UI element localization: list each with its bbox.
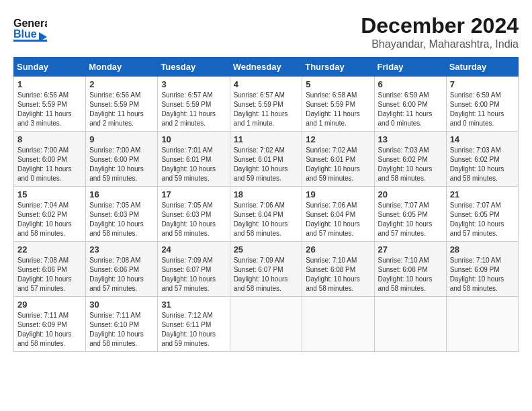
day-info: Sunrise: 6:58 AMSunset: 5:59 PMDaylight:… bbox=[306, 91, 370, 128]
logo-icon: General Blue bbox=[13, 13, 47, 46]
day-info: Sunrise: 7:02 AMSunset: 6:01 PMDaylight:… bbox=[234, 146, 299, 183]
calendar-header-row: Sunday Monday Tuesday Wednesday Thursday… bbox=[14, 58, 519, 77]
table-row: 31Sunrise: 7:12 AMSunset: 6:11 PMDayligh… bbox=[158, 297, 230, 352]
table-row: 23Sunrise: 7:08 AMSunset: 6:06 PMDayligh… bbox=[86, 242, 158, 297]
table-row: 27Sunrise: 7:10 AMSunset: 6:08 PMDayligh… bbox=[374, 242, 446, 297]
col-sunday: Sunday bbox=[14, 58, 86, 77]
day-info: Sunrise: 7:11 AMSunset: 6:10 PMDaylight:… bbox=[89, 311, 154, 349]
day-number: 21 bbox=[450, 189, 515, 199]
day-info: Sunrise: 7:05 AMSunset: 6:03 PMDaylight:… bbox=[89, 201, 154, 238]
table-row: 16Sunrise: 7:05 AMSunset: 6:03 PMDayligh… bbox=[86, 187, 158, 242]
day-number: 8 bbox=[17, 134, 82, 144]
day-info: Sunrise: 7:00 AMSunset: 6:00 PMDaylight:… bbox=[89, 146, 154, 183]
calendar-week-row: 29Sunrise: 7:11 AMSunset: 6:09 PMDayligh… bbox=[14, 297, 519, 352]
table-row: 5Sunrise: 6:58 AMSunset: 5:59 PMDaylight… bbox=[302, 77, 374, 132]
svg-text:Blue: Blue bbox=[13, 28, 37, 40]
day-number: 16 bbox=[89, 189, 154, 199]
day-info: Sunrise: 7:06 AMSunset: 6:04 PMDaylight:… bbox=[234, 201, 299, 238]
day-info: Sunrise: 7:12 AMSunset: 6:11 PMDaylight:… bbox=[161, 311, 226, 349]
day-number: 7 bbox=[450, 79, 515, 89]
day-info: Sunrise: 7:10 AMSunset: 6:08 PMDaylight:… bbox=[378, 256, 443, 293]
col-tuesday: Tuesday bbox=[158, 58, 230, 77]
table-row: 24Sunrise: 7:09 AMSunset: 6:07 PMDayligh… bbox=[158, 242, 230, 297]
table-row: 14Sunrise: 7:03 AMSunset: 6:02 PMDayligh… bbox=[446, 132, 518, 187]
day-number: 23 bbox=[89, 244, 154, 255]
table-row: 13Sunrise: 7:03 AMSunset: 6:02 PMDayligh… bbox=[374, 132, 446, 187]
table-row bbox=[446, 297, 518, 352]
day-number: 25 bbox=[234, 244, 299, 255]
day-number: 28 bbox=[450, 244, 515, 255]
day-number: 26 bbox=[306, 244, 370, 255]
calendar-week-row: 8Sunrise: 7:00 AMSunset: 6:00 PMDaylight… bbox=[14, 132, 519, 187]
day-info: Sunrise: 7:07 AMSunset: 6:05 PMDaylight:… bbox=[450, 201, 515, 238]
day-number: 10 bbox=[161, 134, 226, 144]
col-wednesday: Wednesday bbox=[230, 58, 302, 77]
table-row: 26Sunrise: 7:10 AMSunset: 6:08 PMDayligh… bbox=[302, 242, 374, 297]
day-info: Sunrise: 7:02 AMSunset: 6:01 PMDaylight:… bbox=[306, 146, 370, 183]
day-info: Sunrise: 6:56 AMSunset: 5:59 PMDaylight:… bbox=[89, 91, 154, 128]
table-row: 28Sunrise: 7:10 AMSunset: 6:09 PMDayligh… bbox=[446, 242, 518, 297]
table-row bbox=[374, 297, 446, 352]
table-row: 18Sunrise: 7:06 AMSunset: 6:04 PMDayligh… bbox=[230, 187, 302, 242]
calendar-week-row: 22Sunrise: 7:08 AMSunset: 6:06 PMDayligh… bbox=[14, 242, 519, 297]
table-row: 12Sunrise: 7:02 AMSunset: 6:01 PMDayligh… bbox=[302, 132, 374, 187]
day-number: 20 bbox=[378, 189, 443, 199]
calendar-week-row: 1Sunrise: 6:56 AMSunset: 5:59 PMDaylight… bbox=[14, 77, 519, 132]
day-info: Sunrise: 7:09 AMSunset: 6:07 PMDaylight:… bbox=[161, 256, 226, 293]
day-number: 17 bbox=[161, 189, 226, 199]
table-row: 15Sunrise: 7:04 AMSunset: 6:02 PMDayligh… bbox=[14, 187, 86, 242]
col-thursday: Thursday bbox=[302, 58, 374, 77]
col-monday: Monday bbox=[86, 58, 158, 77]
table-row: 20Sunrise: 7:07 AMSunset: 6:05 PMDayligh… bbox=[374, 187, 446, 242]
table-row: 25Sunrise: 7:09 AMSunset: 6:07 PMDayligh… bbox=[230, 242, 302, 297]
table-row: 2Sunrise: 6:56 AMSunset: 5:59 PMDaylight… bbox=[86, 77, 158, 132]
day-number: 6 bbox=[378, 79, 443, 89]
page-title: December 2024 bbox=[361, 13, 519, 38]
table-row: 19Sunrise: 7:06 AMSunset: 6:04 PMDayligh… bbox=[302, 187, 374, 242]
day-info: Sunrise: 7:01 AMSunset: 6:01 PMDaylight:… bbox=[161, 146, 226, 183]
day-info: Sunrise: 6:57 AMSunset: 5:59 PMDaylight:… bbox=[234, 91, 299, 128]
day-number: 31 bbox=[161, 300, 226, 310]
calendar-week-row: 15Sunrise: 7:04 AMSunset: 6:02 PMDayligh… bbox=[14, 187, 519, 242]
day-number: 19 bbox=[306, 189, 370, 199]
day-info: Sunrise: 7:09 AMSunset: 6:07 PMDaylight:… bbox=[234, 256, 299, 293]
svg-rect-3 bbox=[13, 40, 47, 42]
day-number: 15 bbox=[17, 189, 82, 199]
day-number: 27 bbox=[378, 244, 443, 255]
table-row: 11Sunrise: 7:02 AMSunset: 6:01 PMDayligh… bbox=[230, 132, 302, 187]
day-number: 30 bbox=[89, 300, 154, 310]
calendar-table: Sunday Monday Tuesday Wednesday Thursday… bbox=[13, 57, 519, 352]
day-number: 12 bbox=[306, 134, 370, 144]
table-row: 10Sunrise: 7:01 AMSunset: 6:01 PMDayligh… bbox=[158, 132, 230, 187]
table-row: 30Sunrise: 7:11 AMSunset: 6:10 PMDayligh… bbox=[86, 297, 158, 352]
day-info: Sunrise: 7:03 AMSunset: 6:02 PMDaylight:… bbox=[378, 146, 443, 183]
day-info: Sunrise: 7:04 AMSunset: 6:02 PMDaylight:… bbox=[17, 201, 82, 238]
table-row bbox=[302, 297, 374, 352]
day-info: Sunrise: 6:56 AMSunset: 5:59 PMDaylight:… bbox=[17, 91, 82, 128]
day-info: Sunrise: 7:05 AMSunset: 6:03 PMDaylight:… bbox=[161, 201, 226, 238]
day-number: 11 bbox=[234, 134, 299, 144]
day-info: Sunrise: 7:07 AMSunset: 6:05 PMDaylight:… bbox=[378, 201, 443, 238]
table-row: 9Sunrise: 7:00 AMSunset: 6:00 PMDaylight… bbox=[86, 132, 158, 187]
day-info: Sunrise: 7:10 AMSunset: 6:08 PMDaylight:… bbox=[306, 256, 370, 293]
page-header: General Blue December 2024 Bhayandar, Ma… bbox=[13, 13, 519, 50]
day-info: Sunrise: 7:00 AMSunset: 6:00 PMDaylight:… bbox=[17, 146, 82, 183]
table-row: 6Sunrise: 6:59 AMSunset: 6:00 PMDaylight… bbox=[374, 77, 446, 132]
col-friday: Friday bbox=[374, 58, 446, 77]
col-saturday: Saturday bbox=[446, 58, 518, 77]
day-info: Sunrise: 7:10 AMSunset: 6:09 PMDaylight:… bbox=[450, 256, 515, 293]
table-row: 3Sunrise: 6:57 AMSunset: 5:59 PMDaylight… bbox=[158, 77, 230, 132]
table-row: 17Sunrise: 7:05 AMSunset: 6:03 PMDayligh… bbox=[158, 187, 230, 242]
day-info: Sunrise: 7:08 AMSunset: 6:06 PMDaylight:… bbox=[89, 256, 154, 293]
day-number: 13 bbox=[378, 134, 443, 144]
day-number: 24 bbox=[161, 244, 226, 255]
svg-text:General: General bbox=[13, 17, 47, 29]
table-row: 8Sunrise: 7:00 AMSunset: 6:00 PMDaylight… bbox=[14, 132, 86, 187]
table-row: 7Sunrise: 6:59 AMSunset: 6:00 PMDaylight… bbox=[446, 77, 518, 132]
page-subtitle: Bhayandar, Maharashtra, India bbox=[361, 38, 519, 50]
day-number: 1 bbox=[17, 79, 82, 89]
table-row: 21Sunrise: 7:07 AMSunset: 6:05 PMDayligh… bbox=[446, 187, 518, 242]
day-info: Sunrise: 6:59 AMSunset: 6:00 PMDaylight:… bbox=[450, 91, 515, 128]
day-info: Sunrise: 6:57 AMSunset: 5:59 PMDaylight:… bbox=[161, 91, 226, 128]
day-number: 29 bbox=[17, 300, 82, 310]
